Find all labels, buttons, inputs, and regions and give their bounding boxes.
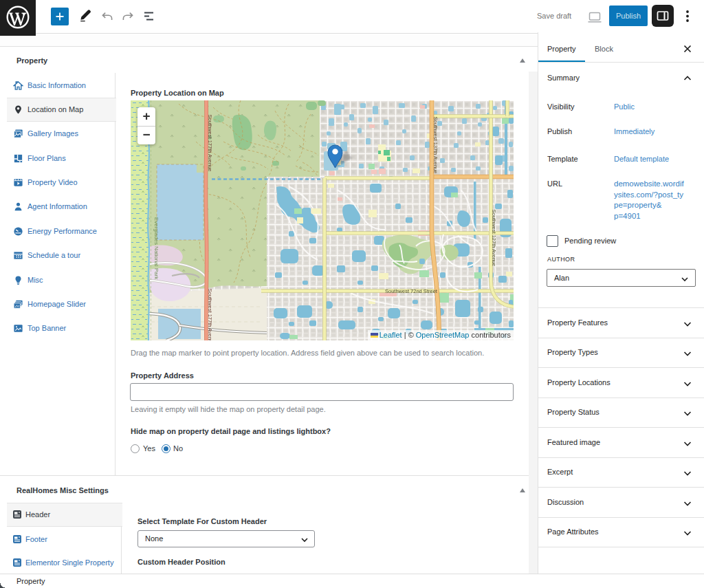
svg-text:Southwest 137th Avenue: Southwest 137th Avenue	[432, 117, 439, 174]
svg-text:Southwest 72nd Street: Southwest 72nd Street	[385, 288, 438, 294]
svg-text:Southwest 177th Avenue: Southwest 177th Avenue	[207, 115, 213, 172]
svg-text:Southwest 127th Avenue: Southwest 127th Avenue	[491, 210, 497, 267]
svg-text:Southwest 177th Avenue: Southwest 177th Avenue	[207, 289, 213, 340]
svg-text:Everglades National Park: Everglades National Park	[153, 217, 160, 280]
